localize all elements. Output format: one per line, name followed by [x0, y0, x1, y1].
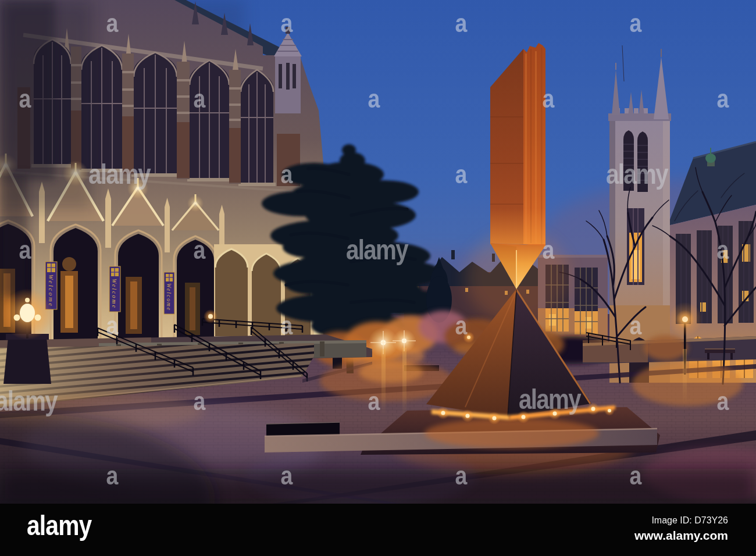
welcome-banner: Welcome: [164, 272, 174, 314]
photo-broken-obelisk-plaza-dusk: Welcome Welcome Welcome: [0, 0, 756, 504]
scene-graphic: Welcome Welcome Welcome: [0, 0, 756, 504]
welcome-banner: Welcome: [109, 266, 120, 312]
image-id-text: Image ID: D73Y26: [651, 515, 728, 526]
welcome-banner-text: Welcome: [166, 283, 172, 310]
alamy-logo: alamy: [27, 512, 91, 540]
ornate-lamp: [2, 288, 53, 384]
footer-info: Image ID: D73Y26 www.alamy.com: [634, 515, 728, 543]
footer-bar: alamy Image ID: D73Y26 www.alamy.com: [0, 504, 756, 556]
alamy-stock-photo-page: Welcome Welcome Welcome: [0, 0, 756, 556]
obelisk-column: [490, 43, 545, 289]
alamy-url-text: www.alamy.com: [634, 529, 728, 543]
